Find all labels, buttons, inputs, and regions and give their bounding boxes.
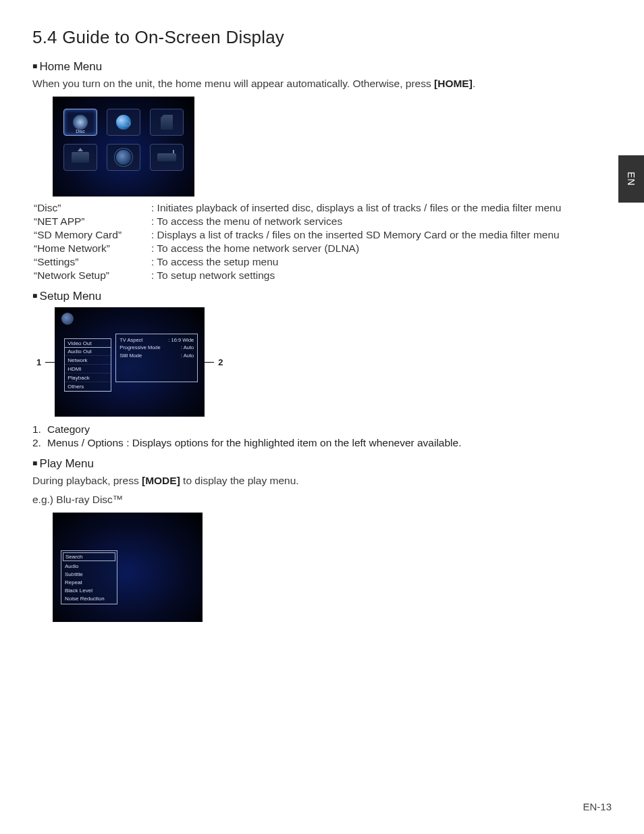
home-network-icon [72, 152, 89, 163]
list-item: 2.Menus / Options : Displays options for… [32, 437, 612, 449]
callout-line-right [205, 362, 214, 363]
setup-right-row: Progressive Mode: Auto [119, 344, 194, 351]
setup-right-row: Still Mode: Auto [119, 352, 194, 359]
home-intro-key: [HOME] [434, 78, 473, 89]
def-desc: : Initiates playback of inserted disc, d… [151, 202, 612, 214]
home-item-settings [107, 144, 140, 171]
play-menu-screenshot: Search Audio Subtitle Repeat Black Level… [53, 513, 203, 622]
setup-menu-screenshot: Video Out Audio Out Network HDMI Playbac… [55, 307, 205, 417]
setup-left-item: HDMI [65, 365, 111, 373]
play-intro-pre: During playback, press [32, 475, 142, 486]
home-row-1: Disc [63, 109, 184, 136]
globe-icon [116, 115, 131, 130]
setup-menu-heading: Setup Menu [32, 290, 612, 303]
gear-icon [61, 313, 74, 325]
home-menu-heading: Home Menu [32, 60, 612, 74]
play-item: Audio [61, 562, 117, 570]
def-desc: : To access the setup menu [151, 256, 612, 268]
def-desc: : To access the home network server (DLN… [151, 242, 612, 255]
def-term: “Settings” [34, 256, 149, 268]
setup-left-item: Audio Out [65, 347, 111, 356]
callout-2: 2 [214, 357, 227, 367]
list-item: 1.Category [32, 423, 612, 436]
play-item: Noise Reduction [61, 594, 117, 602]
home-item-disc: Disc [63, 109, 97, 136]
home-row-2 [63, 144, 184, 171]
page: EN 5.4 Guide to On-Screen Display Home M… [0, 0, 644, 834]
router-icon [157, 153, 176, 161]
language-tab: EN [618, 155, 644, 203]
play-menu-heading: Play Menu [32, 457, 612, 471]
home-item-homenetwork [63, 144, 97, 171]
setup-numbered-list: 1.Category 2.Menus / Options : Displays … [32, 423, 612, 449]
setup-right-row: TV Aspect: 16:9 Wide [119, 336, 194, 344]
home-menu-definitions: “Disc” : Initiates playback of inserted … [34, 202, 612, 282]
setup-left-item: Video Out [64, 338, 111, 348]
def-desc: : To setup network settings [151, 269, 612, 282]
home-intro-pre: When you turn on the unit, the home menu… [32, 78, 434, 89]
setup-right-panel: TV Aspect: 16:9 Wide Progressive Mode: A… [115, 334, 198, 382]
page-number: EN-13 [583, 801, 612, 812]
home-intro-post: . [473, 78, 475, 89]
play-item: Search [63, 552, 115, 561]
home-menu-screenshot: Disc [53, 97, 194, 197]
def-term: “Disc” [34, 202, 149, 214]
home-menu-intro: When you turn on the unit, the home menu… [32, 78, 612, 90]
play-menu-example: e.g.) Blu-ray Disc™ [32, 494, 612, 506]
home-item-networksetup [150, 144, 184, 171]
section-title: 5.4 Guide to On-Screen Display [32, 27, 612, 48]
play-menu-intro: During playback, press [MODE] to display… [32, 475, 612, 487]
home-item-sdcard [150, 109, 184, 136]
home-item-disc-label: Disc [76, 129, 85, 134]
setup-left-item: Playback [65, 373, 111, 382]
play-intro-key: [MODE] [142, 475, 180, 486]
setup-left-item: Others [65, 382, 111, 391]
disc-icon [73, 115, 88, 130]
def-desc: : To access the menu of network services [151, 215, 612, 228]
setup-left-panel: Video Out Audio Out Network HDMI Playbac… [64, 338, 111, 392]
setup-menu-figure: 1 Video Out Audio Out Network HDMI Playb… [32, 307, 612, 417]
callout-line-left [45, 362, 55, 363]
play-item: Repeat [61, 578, 117, 586]
play-item: Black Level [61, 586, 117, 594]
gear-icon [116, 150, 131, 165]
callout-1: 1 [32, 357, 45, 367]
def-term: “Home Network” [34, 242, 149, 255]
def-term: “SD Memory Card” [34, 229, 149, 241]
def-term: “NET APP” [34, 215, 149, 228]
home-item-netapp [107, 109, 140, 136]
play-menu-panel: Search Audio Subtitle Repeat Black Level… [61, 550, 117, 604]
def-term: “Network Setup” [34, 269, 149, 282]
play-item: Subtitle [61, 570, 117, 578]
def-desc: : Displays a list of tracks / files on t… [151, 229, 612, 241]
sd-card-icon [161, 115, 173, 130]
play-intro-post: to display the play menu. [180, 475, 299, 486]
setup-left-item: Network [65, 356, 111, 365]
language-tab-text: EN [626, 172, 637, 186]
